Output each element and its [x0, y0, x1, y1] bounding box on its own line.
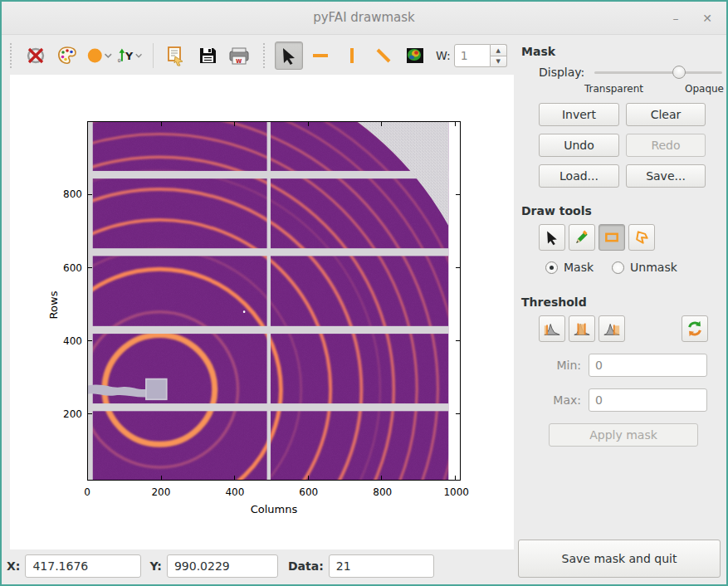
diagonal-line-tool-button[interactable] [369, 42, 398, 70]
x-tick-label: 0 [84, 486, 90, 498]
x-coord-field: 417.1676 [25, 554, 141, 578]
histogram-above-max-icon [603, 320, 621, 338]
diffraction-plot[interactable] [87, 121, 461, 481]
threshold-title: Threshold [521, 295, 722, 309]
display-label: Display: [539, 66, 584, 79]
horizontal-line-tool-button[interactable] [306, 42, 335, 70]
marker-color-icon [86, 45, 112, 66]
save-mask-and-quit-button[interactable]: Save mask and quit [518, 540, 721, 578]
pencil-width-label: W: [436, 49, 451, 62]
close-button[interactable]: ✕ [696, 8, 718, 28]
status-bar: X: 417.1676 Y: 990.0229 Data: 21 [2, 552, 434, 580]
y-tick-label: 200 [63, 408, 82, 420]
svg-text:w: w [236, 57, 242, 65]
print-button[interactable]: w [225, 42, 253, 70]
y-tick-mark [456, 413, 460, 414]
y-tick-mark [88, 267, 92, 268]
x-coord-label: X: [7, 559, 20, 573]
y-tick-mark [456, 267, 460, 268]
toolbar-separator [153, 43, 154, 68]
invert-button[interactable]: Invert [539, 103, 619, 126]
pan-select-tool-button[interactable] [275, 42, 303, 70]
horizontal-line-icon [310, 45, 331, 66]
threshold-section: Threshold [518, 295, 722, 447]
x-tick-mark [455, 476, 456, 480]
y-tick-mark [456, 194, 460, 195]
mask-between-button[interactable] [569, 315, 595, 342]
diffraction-image [88, 122, 460, 480]
x-tick-label: 1000 [443, 486, 469, 498]
y-axis-label: Rows [47, 291, 60, 320]
rectangle-icon [603, 229, 620, 246]
svg-text:0: 0 [118, 58, 121, 63]
slider-handle[interactable] [672, 66, 686, 79]
pencil-width-input[interactable]: 1 [454, 44, 491, 67]
y-tick-mark [88, 194, 92, 195]
copy-icon [165, 45, 187, 66]
clear-button[interactable]: Clear [626, 103, 706, 126]
undo-button[interactable]: Undo [539, 134, 619, 157]
copy-button[interactable] [162, 42, 190, 70]
opaque-label: Opaque [685, 83, 724, 95]
apply-mask-button: Apply mask [549, 423, 698, 447]
y-axis-orientation-icon: 0 Y [117, 45, 144, 66]
min-label: Min: [551, 359, 581, 372]
toolbar-drag-handle[interactable] [10, 43, 15, 68]
x-tick-label: 800 [373, 486, 392, 498]
y-tick-mark [88, 413, 92, 414]
mask-above-max-button[interactable] [599, 315, 625, 342]
marker-color-button[interactable] [85, 42, 113, 70]
vertical-line-tool-button[interactable] [338, 42, 366, 70]
polygon-icon [633, 229, 650, 246]
spin-down-button[interactable]: ▼ [491, 56, 507, 67]
select-tool-button[interactable] [539, 224, 565, 251]
x-tick-mark [234, 122, 235, 126]
x-tick-mark [381, 122, 382, 126]
colormap-button[interactable] [53, 42, 81, 70]
max-input[interactable]: 0 [589, 388, 707, 412]
spin-up-button[interactable]: ▲ [491, 44, 507, 56]
draw-tools-section: Draw tools [518, 204, 722, 274]
load-button[interactable]: Load... [539, 164, 619, 188]
toolbar-drag-handle-2[interactable] [263, 43, 268, 68]
svg-text:Y: Y [125, 50, 134, 62]
radio-dot [612, 261, 624, 274]
save-button[interactable]: Save... [626, 164, 706, 188]
y-tick-label: 800 [63, 188, 82, 200]
y-axis-orientation-button[interactable]: 0 Y [116, 42, 144, 70]
mask-opacity-slider[interactable] [594, 65, 722, 80]
palette-icon [56, 45, 78, 66]
cursor-arrow-icon [544, 229, 560, 246]
mask-section-title: Mask [521, 45, 722, 58]
pencil-tool-button[interactable] [569, 224, 595, 251]
x-tick-label: 200 [151, 486, 170, 498]
unmask-radio[interactable]: Unmask [612, 261, 677, 274]
polygon-tool-button[interactable] [628, 224, 655, 251]
transparent-label: Transparent [584, 83, 643, 95]
diagonal-line-icon [373, 45, 394, 66]
window-title: pyFAI drawmask [2, 10, 726, 25]
save-snapshot-button[interactable] [193, 42, 222, 70]
x-tick-label: 600 [299, 486, 318, 498]
reset-zoom-button[interactable] [22, 42, 50, 70]
pencil-icon [574, 229, 590, 246]
y-tick-mark [456, 340, 460, 341]
min-input[interactable]: 0 [589, 354, 707, 377]
data-value-label: Data: [288, 559, 324, 573]
refresh-threshold-button[interactable] [682, 315, 708, 342]
mask-below-min-button[interactable] [539, 315, 565, 342]
minimize-button[interactable]: – [665, 8, 686, 28]
mask-section: Mask Display: Transparent Opaque Invert … [518, 45, 722, 188]
cursor-arrow-icon [279, 46, 299, 66]
x-tick-mark [87, 122, 88, 126]
save-icon [197, 45, 218, 66]
y-tick-label: 600 [63, 262, 82, 274]
histogram-below-min-icon [543, 320, 561, 338]
image-tool-button[interactable] [401, 42, 429, 70]
mask-radio[interactable]: Mask [545, 261, 594, 274]
draw-tools-title: Draw tools [521, 204, 722, 217]
x-tick-mark [455, 122, 456, 126]
x-tick-mark [87, 476, 88, 480]
rectangle-tool-button[interactable] [599, 224, 625, 251]
x-tick-mark [234, 476, 235, 480]
